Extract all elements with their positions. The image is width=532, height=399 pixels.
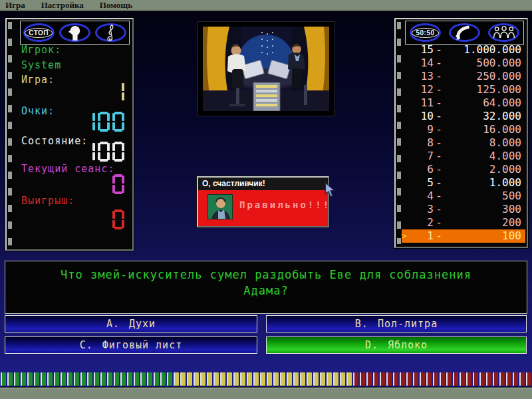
music-button[interactable] xyxy=(95,23,126,42)
ladder-row: 11 - 64.000 xyxy=(402,96,525,110)
led-block xyxy=(386,372,392,386)
ladder-amount: 64.000 xyxy=(444,96,525,110)
ladder-row: 4 - 500 xyxy=(402,190,525,203)
ladder-row: 8 - 8.000 xyxy=(402,136,525,150)
ladder-row: 13 - 250.000 xyxy=(402,70,525,83)
ladder-amount: 2.000 xyxy=(444,163,525,176)
led-block xyxy=(134,372,139,386)
ladder-amount: 1.000.000 xyxy=(444,43,525,57)
fifty-fifty-button[interactable]: 50:50 xyxy=(410,23,441,42)
led-block xyxy=(360,372,365,386)
answer-a-button[interactable]: A.Духи xyxy=(5,315,257,332)
led-block xyxy=(154,372,159,386)
stop-button[interactable]: СТОП xyxy=(23,23,55,42)
menu-game[interactable]: Игра xyxy=(0,0,33,11)
led-block xyxy=(393,372,398,386)
money-ladder: 15 - 1.000.000 14 - 500.000 13 - 250.000… xyxy=(402,43,525,243)
led-block xyxy=(21,372,26,386)
led-block xyxy=(506,372,511,386)
ladder-level: 12 xyxy=(408,83,434,96)
ladder-level: 14 xyxy=(408,57,434,70)
led-block xyxy=(493,372,498,386)
player-info-button[interactable] xyxy=(59,23,90,42)
ladder-row: 3 - 300 xyxy=(402,203,525,216)
points-display xyxy=(83,112,124,132)
ladder-row: 12 - 125.000 xyxy=(402,83,525,96)
led-block xyxy=(293,372,299,386)
phone-icon xyxy=(455,25,475,41)
status-bar xyxy=(0,387,532,399)
ask-audience-button[interactable] xyxy=(488,23,519,42)
led-block xyxy=(160,372,166,386)
ladder-level: 13 xyxy=(408,70,434,83)
led-block xyxy=(253,372,259,386)
led-block xyxy=(1,372,6,386)
led-block xyxy=(366,372,372,386)
led-block xyxy=(346,372,352,386)
mouse-cursor xyxy=(325,182,336,198)
led-block xyxy=(433,372,438,386)
ladder-level: 4 xyxy=(408,190,434,203)
led-block xyxy=(233,372,239,386)
current-row-marker xyxy=(402,83,408,96)
session-display xyxy=(112,174,124,194)
ladder-amount: 200 xyxy=(444,216,525,229)
led-block xyxy=(333,372,338,386)
current-row-marker xyxy=(402,203,408,216)
current-row-marker xyxy=(402,43,408,57)
led-block xyxy=(107,372,112,386)
led-block xyxy=(519,372,525,386)
player-label: Игрок: xyxy=(21,44,61,56)
menu-settings[interactable]: Настройка xyxy=(33,0,92,11)
game-display xyxy=(112,82,124,102)
led-block xyxy=(320,372,325,386)
led-block xyxy=(174,372,179,386)
current-row-marker: > xyxy=(402,229,408,243)
current-row-marker xyxy=(402,110,408,123)
dialog-title-bar[interactable]: О, счастливчик! xyxy=(198,178,328,190)
ladder-level: 8 xyxy=(408,136,434,150)
led-block xyxy=(287,372,292,386)
led-block xyxy=(74,372,79,386)
answer-d-button[interactable]: D.Яблоко xyxy=(266,336,527,354)
ladder-amount: 250.000 xyxy=(444,70,525,83)
led-block xyxy=(167,372,172,386)
led-block xyxy=(7,372,13,386)
led-block xyxy=(194,372,199,386)
game-label: Игра: xyxy=(21,74,55,86)
question-box: Что змей-искуситель сумел раздобыть Еве … xyxy=(5,261,527,314)
state-display xyxy=(83,142,124,162)
studio-photo xyxy=(203,27,329,111)
led-block xyxy=(67,372,72,386)
money-panel: 50:50 xyxy=(394,18,528,248)
led-block xyxy=(180,372,186,386)
led-block xyxy=(513,372,518,386)
ladder-amount: 4.000 xyxy=(444,150,525,163)
led-block xyxy=(440,372,445,386)
ladder-separator: - xyxy=(434,190,444,203)
phone-friend-button[interactable] xyxy=(449,23,480,42)
led-block xyxy=(220,372,225,386)
panel-grip xyxy=(397,22,401,244)
treble-clef-icon xyxy=(106,24,116,41)
answer-d-key: D. xyxy=(365,339,378,351)
lifeline-toolbar: 50:50 xyxy=(405,21,524,45)
answer-c-button[interactable]: C.Фиговый лист xyxy=(5,336,257,354)
answer-c-text: Фиговый лист xyxy=(102,339,182,351)
ladder-separator: - xyxy=(434,203,444,216)
question-line2: Адама? xyxy=(5,283,527,299)
led-block xyxy=(207,372,212,386)
ladder-separator: - xyxy=(434,57,444,70)
answer-b-button[interactable]: B.Пол-литра xyxy=(266,315,527,332)
ladder-row: 15 - 1.000.000 xyxy=(402,43,525,57)
ladder-separator: - xyxy=(434,83,444,96)
led-block xyxy=(213,372,219,386)
led-block xyxy=(61,372,66,386)
led-block xyxy=(200,372,205,386)
current-row-marker xyxy=(402,176,408,190)
led-block xyxy=(187,372,192,386)
answer-b-key: B. xyxy=(355,318,368,330)
menu-help[interactable]: Помощь xyxy=(92,0,140,11)
desktop: СТОП xyxy=(0,12,532,399)
led-block xyxy=(353,372,358,386)
